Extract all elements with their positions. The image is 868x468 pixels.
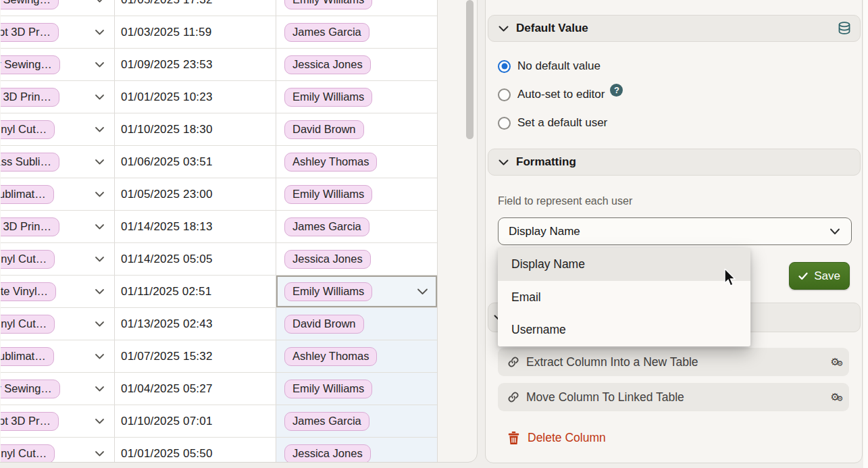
- user-pill[interactable]: James Garcia: [284, 217, 369, 236]
- product-cell[interactable]: Vinyl Cut…: [1, 243, 114, 275]
- user-pill[interactable]: Emily Williams: [284, 0, 372, 9]
- radio-option-no-default[interactable]: No default value: [498, 59, 601, 74]
- product-cell[interactable]: Bot 3D Pr…: [1, 405, 114, 437]
- product-pill[interactable]: Vinyl Cut…: [1, 250, 55, 269]
- product-pill[interactable]: ette Vinyl…: [1, 282, 56, 301]
- help-icon[interactable]: ?: [610, 84, 623, 97]
- product-cell[interactable]: er Sewing…: [1, 373, 114, 405]
- product-pill[interactable]: Vinyl Cut…: [1, 315, 55, 334]
- action-extract-column[interactable]: Extract Column Into a New Table ⚙⚙: [498, 348, 849, 376]
- chevron-down-icon[interactable]: [95, 61, 105, 68]
- chevron-down-icon[interactable]: [95, 288, 105, 294]
- user-cell-selected[interactable]: Emily Williams: [276, 276, 437, 307]
- user-pill[interactable]: Jessica Jones: [284, 55, 371, 74]
- date-cell[interactable]: 01/06/2025 03:51: [114, 146, 276, 178]
- user-pill[interactable]: Emily Williams: [284, 88, 372, 107]
- chevron-down-icon[interactable]: [95, 191, 105, 197]
- product-cell[interactable]: Sublimat…: [1, 178, 114, 210]
- chevron-down-icon[interactable]: [95, 94, 105, 100]
- user-cell[interactable]: Ashley Thomas: [276, 146, 437, 178]
- chevron-down-icon[interactable]: [95, 159, 105, 165]
- radio-icon[interactable]: [498, 88, 511, 101]
- product-pill[interactable]: Bot 3D Pr…: [1, 412, 59, 431]
- chevron-down-icon[interactable]: [95, 386, 105, 392]
- product-pill[interactable]: Bot 3D Pr…: [1, 23, 59, 42]
- product-cell[interactable]: Vinyl Cut…: [1, 113, 114, 145]
- dropdown-option-username[interactable]: Username: [498, 313, 750, 346]
- action-move-column[interactable]: Move Column To Linked Table ⚙⚙: [498, 383, 849, 411]
- user-cell[interactable]: Emily Williams: [276, 178, 437, 210]
- chevron-down-icon[interactable]: [95, 256, 105, 262]
- radio-selected-icon[interactable]: [498, 60, 511, 73]
- product-cell[interactable]: er Sewing…: [1, 49, 114, 80]
- user-pill[interactable]: Jessica Jones: [284, 250, 371, 269]
- user-pill[interactable]: Ashley Thomas: [284, 153, 377, 172]
- product-cell[interactable]: Vinyl Cut…: [1, 438, 114, 463]
- date-cell[interactable]: 01/01/2025 10:23: [114, 81, 276, 113]
- user-pill[interactable]: David Brown: [284, 315, 364, 334]
- date-cell[interactable]: 01/01/2025 05:50: [114, 438, 276, 463]
- section-header-formatting[interactable]: Formatting: [488, 149, 861, 176]
- product-pill[interactable]: Sublimat…: [1, 185, 54, 204]
- date-cell[interactable]: 01/14/2025 18:13: [114, 211, 276, 242]
- section-header-default-value[interactable]: Default Value: [488, 15, 861, 42]
- product-cell[interactable]: Sublimat…: [1, 340, 114, 372]
- user-cell[interactable]: James Garcia: [276, 211, 437, 242]
- user-pill[interactable]: James Garcia: [284, 412, 369, 431]
- user-cell[interactable]: Ashley Thomas: [276, 340, 437, 372]
- chevron-down-icon[interactable]: [95, 0, 105, 3]
- date-cell[interactable]: 01/05/2025 23:00: [114, 178, 276, 210]
- product-pill[interactable]: Vinyl Cut…: [1, 444, 55, 463]
- product-cell[interactable]: rass Subli…: [1, 146, 114, 178]
- user-pill[interactable]: Jessica Jones: [284, 444, 371, 463]
- product-cell[interactable]: ty 3D Prin…: [1, 81, 114, 113]
- date-cell[interactable]: 01/10/2025 07:01: [114, 405, 276, 437]
- chevron-down-icon[interactable]: [95, 126, 105, 132]
- product-cell[interactable]: Vinyl Cut…: [1, 308, 114, 340]
- dropdown-option-display-name[interactable]: Display Name: [498, 248, 750, 281]
- date-cell[interactable]: 01/10/2025 18:30: [114, 113, 276, 145]
- user-pill[interactable]: Emily Williams: [284, 380, 372, 398]
- date-cell[interactable]: 01/13/2025 02:43: [114, 308, 276, 340]
- save-button[interactable]: Save: [789, 262, 850, 290]
- user-cell[interactable]: James Garcia: [276, 405, 437, 437]
- user-pill[interactable]: James Garcia: [284, 23, 369, 42]
- radio-option-auto-set[interactable]: Auto-set to editor ?: [498, 87, 623, 102]
- user-cell[interactable]: Emily Williams: [276, 0, 437, 16]
- chevron-down-icon[interactable]: [95, 353, 105, 359]
- radio-icon[interactable]: [498, 117, 511, 130]
- user-pill[interactable]: Emily Williams: [284, 185, 372, 204]
- user-cell[interactable]: Jessica Jones: [276, 243, 437, 275]
- product-cell[interactable]: ette Vinyl…: [1, 276, 114, 307]
- vertical-scrollbar-thumb[interactable]: [466, 0, 474, 139]
- dropdown-option-email[interactable]: Email: [498, 281, 750, 314]
- user-cell[interactable]: Emily Williams: [276, 81, 437, 113]
- product-pill[interactable]: er Sewing…: [1, 380, 60, 398]
- product-pill[interactable]: er Sewing…: [1, 55, 60, 74]
- chevron-down-icon[interactable]: [95, 321, 105, 327]
- user-field-select[interactable]: Display Name: [498, 217, 852, 245]
- radio-option-set-default-user[interactable]: Set a default user: [498, 115, 607, 130]
- product-pill[interactable]: Sublimat…: [1, 347, 54, 366]
- date-cell[interactable]: 01/04/2025 05:27: [114, 373, 276, 405]
- product-pill[interactable]: rass Subli…: [1, 153, 59, 172]
- product-cell[interactable]: Bot 3D Pr…: [1, 16, 114, 48]
- delete-column-button[interactable]: Delete Column: [498, 426, 606, 449]
- user-cell[interactable]: Jessica Jones: [276, 438, 437, 463]
- user-cell[interactable]: Emily Williams: [276, 373, 437, 405]
- date-cell[interactable]: 01/03/2025 11:59: [114, 16, 276, 48]
- date-cell[interactable]: 01/07/2025 15:32: [114, 340, 276, 372]
- user-pill[interactable]: David Brown: [284, 120, 364, 139]
- chevron-down-icon[interactable]: [417, 288, 428, 295]
- product-pill[interactable]: le Sewing…: [1, 0, 59, 9]
- product-pill[interactable]: ty 3D Prin…: [1, 88, 59, 107]
- user-pill[interactable]: Emily Williams: [284, 282, 372, 301]
- chevron-down-icon[interactable]: [95, 224, 105, 230]
- user-cell[interactable]: David Brown: [276, 113, 437, 145]
- chevron-down-icon[interactable]: [95, 29, 105, 35]
- chevron-down-icon[interactable]: [95, 418, 105, 424]
- product-pill[interactable]: Vinyl Cut…: [1, 120, 55, 139]
- user-cell[interactable]: James Garcia: [276, 16, 437, 48]
- product-cell[interactable]: ty 3D Prin…: [1, 211, 114, 242]
- product-pill[interactable]: ty 3D Prin…: [1, 217, 59, 236]
